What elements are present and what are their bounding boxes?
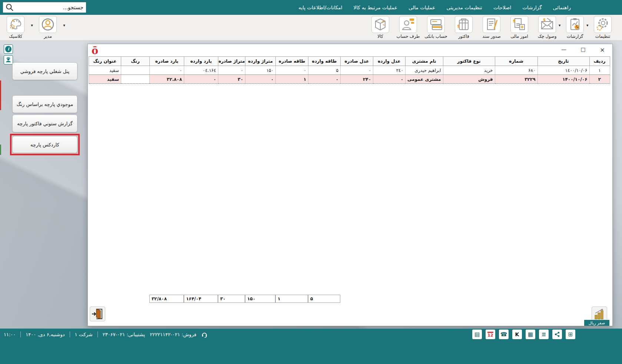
column-header[interactable]: عدل صادره xyxy=(341,57,373,66)
cell-date[interactable]: ۱٤۰۰/۱۰/۰۶ xyxy=(537,66,589,75)
column-header[interactable]: نوع فاکتور xyxy=(443,57,495,66)
menu-item-base-info[interactable]: امکانات/اطلاعات پایه xyxy=(298,4,342,10)
info-button[interactable]: i xyxy=(4,44,13,54)
manager-user-label: مدیر xyxy=(44,34,52,39)
goods-button[interactable]: کالا xyxy=(368,16,392,39)
phone-icon[interactable]: ☎ xyxy=(499,330,509,339)
cell-invoice-type[interactable]: فروش xyxy=(443,75,495,84)
check-collection-button[interactable]: $ وصول چک xyxy=(535,16,559,39)
cell-invoice-type[interactable]: خرید xyxy=(443,66,495,75)
cell-row-index[interactable]: ۱ xyxy=(589,66,610,75)
table-row[interactable]: سفید ۰ ۱۶٤.۰٤ ۰ ۱۵۰ ۰ ۵ ۰ ۲٤۰ ابراهیم حی… xyxy=(89,66,610,75)
cell-color[interactable] xyxy=(121,66,150,75)
calendar-day: 12 xyxy=(487,333,493,337)
cell-yard-in[interactable]: ۱۶٤.۰٤ xyxy=(184,66,218,75)
cell-bale-in[interactable]: ۲٤۰ xyxy=(373,66,406,75)
share-icon[interactable] xyxy=(552,330,562,339)
sidebar-item-fabric-kardex[interactable]: کاردکس پارچه xyxy=(12,136,77,153)
maximize-icon[interactable]: □ xyxy=(580,46,586,53)
calendar-icon[interactable]: 12 xyxy=(486,330,495,339)
column-header[interactable]: متراژ وارده xyxy=(245,57,276,66)
cell-number[interactable]: ۶۸۰ xyxy=(495,66,537,75)
sidebar-item-stock-by-color[interactable]: موجودي پارچه براساس رنگ xyxy=(12,95,77,113)
cell-color-title[interactable]: سفید xyxy=(89,66,121,75)
theme-classic-button[interactable]: ▼ کلاسیک xyxy=(4,16,27,39)
column-header[interactable]: ردیف xyxy=(589,57,610,66)
cell-bolt-out[interactable]: ۱ xyxy=(276,75,308,84)
window-grid-icon[interactable]: ▦ xyxy=(526,330,535,339)
user-icon xyxy=(40,17,55,32)
manager-user-button[interactable]: ▼ مدیر xyxy=(36,16,60,39)
column-header[interactable]: عدل وارده xyxy=(373,57,406,66)
document-pen-icon xyxy=(484,17,499,32)
settings-button[interactable]: ▼ تنظیمات xyxy=(591,16,615,39)
column-header[interactable]: طاقه صادره xyxy=(276,57,308,66)
column-header[interactable]: عنوان رنگ xyxy=(89,57,121,66)
classic-dropdown-arrow[interactable]: ▼ xyxy=(31,24,33,27)
invoice-button[interactable]: $ فاکتور xyxy=(452,16,476,39)
column-header[interactable]: رنگ xyxy=(121,57,150,66)
reports-dropdown-arrow[interactable]: ▼ xyxy=(559,24,560,27)
cell-bale-in[interactable]: ۰ xyxy=(373,75,406,84)
bank-account-button[interactable]: حساب بانکی xyxy=(424,16,448,39)
menu-item-admin-settings[interactable]: تنظیمات مدیریتی xyxy=(446,4,482,10)
cell-bale-out[interactable]: ۲۴۰ xyxy=(341,75,373,84)
top-menu-bar: جستجو... امکانات/اطلاعات پایه عملیات مرت… xyxy=(0,0,622,15)
cell-meter-out[interactable]: ۳۰ xyxy=(218,75,245,84)
cell-customer[interactable]: ابراهیم حیدری xyxy=(406,66,443,75)
cell-bolt-out[interactable]: ۰ xyxy=(276,66,308,75)
menu-item-corrections[interactable]: اصلاحات xyxy=(493,4,511,10)
column-header[interactable]: متراژ صادره xyxy=(218,57,245,66)
account-party-button[interactable]: طرف حساب xyxy=(396,16,420,39)
svg-text:$: $ xyxy=(543,18,546,22)
menu-item-help[interactable]: راهنمائی xyxy=(553,4,571,10)
manager-dropdown-arrow[interactable]: ▼ xyxy=(63,24,65,27)
settings-dropdown-arrow[interactable]: ▼ xyxy=(586,24,588,27)
menu-item-financial-ops[interactable]: عملیات مالی xyxy=(408,4,435,10)
cell-color-title[interactable]: سفید xyxy=(89,75,121,84)
cell-bolt-in[interactable]: ۰ xyxy=(308,75,341,84)
column-header[interactable]: یارد صادره xyxy=(150,57,184,66)
notes-icon[interactable]: ≣ xyxy=(539,330,549,339)
support-button[interactable] xyxy=(4,55,13,64)
cell-yard-out[interactable]: ۰ xyxy=(150,66,184,75)
cell-yard-in[interactable]: ۰ xyxy=(184,75,218,84)
cell-customer[interactable]: مشتری عمومی xyxy=(406,75,443,84)
cell-bolt-in[interactable]: ۵ xyxy=(308,66,341,75)
cell-meter-in[interactable]: ۰ xyxy=(245,75,276,84)
column-header[interactable]: طاقه وارده xyxy=(308,57,341,66)
sidebar-item-business-panel[interactable]: پنل شغلي پارچه فروشي xyxy=(12,62,77,80)
support-agent-icon xyxy=(5,57,11,63)
menu-item-goods-operations[interactable]: عملیات مرتبط به کالا xyxy=(353,4,397,10)
column-header[interactable]: تاریخ xyxy=(537,57,589,66)
cell-date[interactable]: ۱۴۰۰/۱۰/۰۶ xyxy=(537,75,589,84)
box-icon xyxy=(373,17,388,32)
reports-button[interactable]: ▼ گزارشات xyxy=(563,16,587,39)
close-icon[interactable]: × xyxy=(599,46,606,53)
calculator-icon[interactable]: ⊞ xyxy=(566,330,575,339)
column-header[interactable]: شماره xyxy=(495,57,537,66)
search-input[interactable]: جستجو... xyxy=(3,2,86,13)
divider xyxy=(70,331,70,337)
document-icon[interactable]: ▤ xyxy=(472,330,482,339)
minimize-icon[interactable]: — xyxy=(560,46,567,53)
cell-number[interactable]: ۳۲۲۹ xyxy=(495,75,537,84)
column-header[interactable]: نام مشتری xyxy=(406,57,443,66)
exit-button[interactable] xyxy=(90,307,105,321)
search-placeholder: جستجو... xyxy=(63,4,83,10)
cell-meter-out[interactable]: ۰ xyxy=(218,66,245,75)
table-row-selected[interactable]: سفید ۳۲.۸۰۸ ۰ ۳۰ ۰ ۱ ۰ ۲۴۰ ۰ مشتری عمومی… xyxy=(89,75,610,84)
main-menu: امکانات/اطلاعات پایه عملیات مرتبط به کال… xyxy=(298,0,571,15)
menu-item-reports[interactable]: گزارشات xyxy=(522,4,542,10)
cell-row-index[interactable]: ۲ xyxy=(589,75,610,84)
cell-bale-out[interactable]: ۰ xyxy=(341,66,373,75)
chart-report-button[interactable] xyxy=(592,307,607,321)
cell-color[interactable] xyxy=(121,75,150,84)
cell-meter-in[interactable]: ۱۵۰ xyxy=(245,66,276,75)
column-header[interactable]: یارد وارده xyxy=(184,57,218,66)
sidebar-item-columnar-report[interactable]: گزارش ستوني فاکتور پارچه xyxy=(12,115,77,132)
k-icon[interactable]: K xyxy=(512,330,522,339)
cell-yard-out[interactable]: ۳۲.۸۰۸ xyxy=(150,75,184,84)
financial-affairs-button[interactable]: $ امور مالی xyxy=(507,16,531,39)
issue-document-button[interactable]: صدور سند xyxy=(480,16,503,39)
